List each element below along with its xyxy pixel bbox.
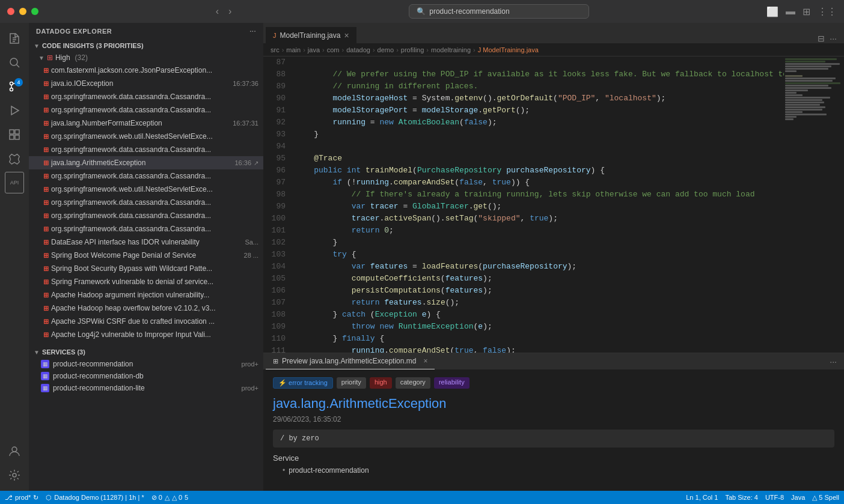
language[interactable]: Java (791, 494, 805, 502)
layout-icon[interactable]: ▬ (786, 6, 795, 17)
list-item[interactable]: ⊞ org.springframework.data.cassandra.Cas… (29, 103, 263, 117)
service-item-2[interactable]: ▦ product-recommendation-db (29, 370, 263, 382)
list-item[interactable]: ⊞ Spring Framework vulnerable to denial … (29, 275, 263, 288)
status-branch[interactable]: ⎇ prod* ↻ (5, 494, 38, 502)
sidebar-menu-button[interactable]: ··· (249, 28, 256, 35)
svg-rect-11 (15, 135, 19, 139)
list-item[interactable]: ⊞ Apache Hadoop heap overflow before v2.… (29, 302, 263, 315)
list-item[interactable]: ⊞ Apache Log4j2 vulnerable to Improper I… (29, 328, 263, 341)
plus-icon: ⊞ (43, 172, 49, 180)
plus-icon: ⊞ (43, 93, 49, 101)
panel-more-icon[interactable]: ··· (830, 357, 837, 366)
minimize-dot[interactable] (19, 8, 26, 15)
activity-source-control[interactable]: 4 (4, 76, 25, 97)
list-item[interactable]: ⊞ org.springframework.data.cassandra.Cas… (29, 143, 263, 156)
service-item-3[interactable]: ▦ product-recommendation-lite prod+ (29, 382, 263, 394)
list-item[interactable]: ⊞ Spring Boot Security Bypass with Wildc… (29, 262, 263, 275)
list-item[interactable]: ⊞ org.springframework.web.util.NestedSer… (29, 130, 263, 143)
search-bar[interactable]: 🔍 product-recommendation (409, 4, 589, 19)
status-bar-right: Ln 1, Col 1 Tab Size: 4 UTF-8 Java △ 5 S… (686, 494, 839, 502)
activity-files[interactable] (4, 28, 25, 49)
editor-area: J ModelTraining.java × ⊟ ··· src › main … (263, 23, 844, 491)
sidebar-title: DATADOG EXPLORER (36, 28, 112, 35)
plus-icon: ⊞ (43, 225, 49, 233)
panel-tab-preview[interactable]: ⊞ Preview java.lang.ArithmeticException.… (266, 353, 435, 369)
code-content[interactable]: // We prefer using the POD_IP if availab… (290, 56, 784, 353)
tab-model-training[interactable]: J ModelTraining.java × (266, 27, 356, 43)
tag-error-tracking: ⚡ error tracking (273, 377, 333, 389)
encoding[interactable]: UTF-8 (765, 494, 784, 502)
close-dot[interactable] (7, 8, 14, 15)
plus-icon: ⊞ (43, 331, 49, 339)
activity-search[interactable] (4, 52, 25, 73)
list-item[interactable]: ⊞ com.fasterxml.jackson.core.JsonParseEx… (29, 64, 263, 77)
list-item[interactable]: ⊞ org.springframework.data.cassandra.Cas… (29, 90, 263, 103)
service-env: prod+ (242, 384, 258, 392)
tag-category-label: category (400, 378, 426, 386)
error-tracking-icon: ⚡ (278, 379, 287, 386)
list-item-active[interactable]: ⊞ java.lang.ArithmeticException 16:36 ↗ (29, 156, 263, 169)
list-item[interactable]: ⊞ Spring Boot Welcome Page Denial of Ser… (29, 249, 263, 262)
svg-point-0 (10, 58, 17, 65)
back-arrow[interactable]: ‹ (216, 6, 219, 17)
svg-point-13 (13, 473, 16, 477)
activity-settings[interactable] (4, 464, 25, 486)
warning-count: △ 0 (172, 494, 182, 502)
ln-col[interactable]: Ln 1, Col 1 (686, 494, 718, 502)
item-text: Apache JSPWiki CSRF due to crafted invoc… (51, 317, 258, 326)
item-text: com.fasterxml.jackson.core.JsonParseExce… (51, 66, 258, 74)
plus-icon: ⊞ (43, 212, 49, 220)
grid-icon[interactable]: ⋮⋮ (818, 6, 837, 17)
code-insights-header[interactable]: ▼ CODE INSIGHTS (3 PRIORITIES) (29, 40, 263, 52)
plus-icon: ⊞ (43, 146, 49, 154)
list-item[interactable]: ⊞ org.springframework.data.cassandra.Cas… (29, 209, 263, 222)
list-item[interactable]: ⊞ org.springframework.web.util.NestedSer… (29, 183, 263, 196)
high-priority-header[interactable]: ▼ ⊞ High (32) (29, 52, 263, 64)
preview-tab-close[interactable]: × (423, 357, 427, 365)
service-env: prod+ (242, 360, 258, 368)
item-text: Apache Log4j2 vulnerable to Improper Inp… (51, 330, 258, 339)
svg-point-12 (12, 447, 17, 452)
code-insights-label: CODE INSIGHTS (3 PRIORITIES) (42, 42, 144, 49)
item-text: Spring Boot Welcome Page Denial of Servi… (51, 251, 242, 260)
high-count: (32) (75, 53, 88, 62)
info-count: 5 (185, 494, 188, 501)
forward-arrow[interactable]: › (228, 6, 231, 17)
list-item[interactable]: ⊞ org.springframework.data.cassandra.Cas… (29, 222, 263, 235)
list-item[interactable]: ⊞ java.io.IOException 16:37:36 (29, 77, 263, 90)
status-datadog[interactable]: ⬡ Datadog Demo (11287) | 1h | * (46, 494, 144, 502)
services-section: ▼ SERVICES (3) ▦ product-recommendation … (29, 346, 263, 394)
service-item-1[interactable]: ▦ product-recommendation prod+ (29, 358, 263, 370)
plus-icon: ⊞ (43, 318, 49, 326)
split-icon[interactable]: ⊞ (803, 6, 810, 17)
list-item[interactable]: ⊞ Apache Hadoop argument injection vulne… (29, 288, 263, 302)
activity-extensions[interactable] (4, 124, 25, 145)
tag-priority-value: high (370, 377, 392, 389)
activity-account[interactable] (4, 440, 25, 462)
list-item[interactable]: ⊞ java.lang.NumberFormatException 16:37:… (29, 117, 263, 130)
spell[interactable]: △ 5 Spell (812, 494, 839, 502)
maximize-dot[interactable] (31, 8, 38, 15)
more-actions-icon[interactable]: ··· (830, 34, 837, 43)
activity-api[interactable]: API (5, 172, 24, 193)
split-editor-icon[interactable]: ⊟ (818, 34, 825, 43)
services-header[interactable]: ▼ SERVICES (3) (29, 346, 263, 358)
tab-size[interactable]: Tab Size: 4 (725, 494, 757, 502)
activity-run[interactable] (4, 100, 25, 121)
sidebar-icon[interactable]: ⬜ (766, 6, 778, 17)
minimap (784, 56, 844, 353)
list-item[interactable]: ⊞ DataEase API interface has IDOR vulner… (29, 235, 263, 249)
sidebar: DATADOG EXPLORER ··· ▼ CODE INSIGHTS (3 … (29, 23, 263, 491)
preview-tab-label: Preview java.lang.ArithmeticException.md (282, 357, 416, 365)
list-item[interactable]: ⊞ org.springframework.data.cassandra.Cas… (29, 169, 263, 183)
high-label: High (55, 53, 70, 62)
svg-point-2 (10, 82, 13, 85)
status-errors[interactable]: ⊘ 0 △ △ 0 5 (151, 494, 189, 502)
tab-close-button[interactable]: × (344, 31, 349, 40)
list-item[interactable]: ⊞ org.springframework.data.cassandra.Cas… (29, 196, 263, 209)
list-item[interactable]: ⊞ Apache JSPWiki CSRF due to crafted inv… (29, 315, 263, 328)
preview-service-item: • product-recommendation (273, 466, 834, 475)
activity-datadog[interactable] (4, 148, 25, 169)
java-file-icon: J (273, 32, 277, 39)
branch-icon: ⎇ (5, 494, 13, 502)
